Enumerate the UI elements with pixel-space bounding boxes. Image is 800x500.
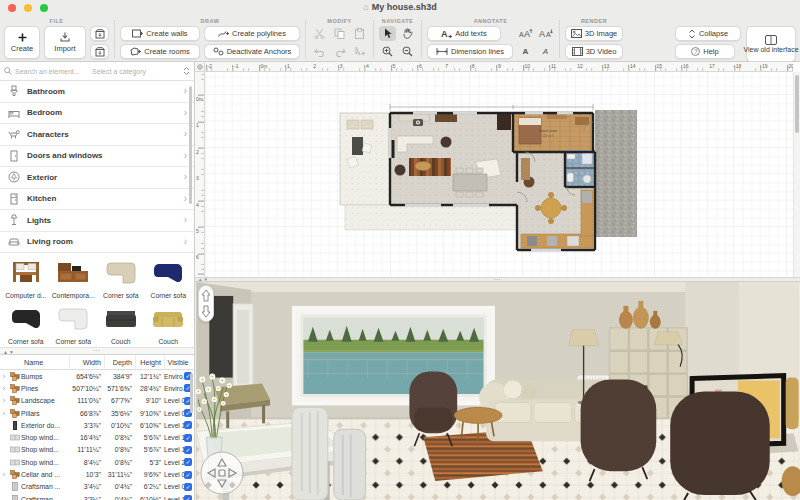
expander-icon[interactable]: ›	[0, 397, 8, 404]
plan-dishwasher[interactable]	[547, 236, 557, 246]
plan-fridge[interactable]	[582, 191, 592, 203]
table-row[interactable]: Exterior do...3'3⅞"0'10¾"6'10⅝"Level 1✓	[0, 419, 194, 431]
increase-text-size-button[interactable]: AA	[517, 26, 534, 41]
column-header-visible[interactable]: Visible	[164, 355, 191, 369]
sidebar-item-bedroom[interactable]: Bedroom›	[0, 103, 194, 125]
decrease-text-size-button[interactable]: AA	[537, 26, 554, 41]
table-row[interactable]: Shop wind...16'4¾"0'8¾"5'6⅞"Level 1✓	[0, 431, 194, 443]
sidebar-item-bathroom[interactable]: Bathroom›	[0, 81, 194, 103]
expander-icon[interactable]: ›	[0, 471, 8, 478]
plan-dining-table[interactable]	[453, 174, 487, 191]
plan-cabinet[interactable]	[435, 114, 457, 122]
plan-washer[interactable]	[583, 175, 591, 183]
visible-checkbox[interactable]: ✓	[184, 446, 192, 454]
column-header-name[interactable]: Name	[0, 358, 69, 367]
catalog-item-contemporary-unit[interactable]: Contempora...	[50, 255, 98, 301]
plan-terrace-chair[interactable]	[362, 143, 372, 153]
plan-tv[interactable]	[391, 140, 395, 158]
catalog-item-couch-gray[interactable]: Couch	[97, 301, 145, 347]
bold-style-button[interactable]: A	[517, 44, 534, 59]
create-rooms-button[interactable]: Create rooms	[120, 44, 200, 59]
zoom-in-button[interactable]	[379, 44, 396, 59]
plan-kitchen-sink[interactable]	[567, 236, 579, 246]
create-3d-image-button[interactable]: 3D Image	[565, 26, 623, 41]
plan-view[interactable]: -2-10m1234567891011121314151617181920 0m…	[195, 62, 800, 277]
3d-view[interactable]	[195, 282, 800, 500]
splitter-handle-icon[interactable]: ⋯	[494, 278, 502, 281]
plan-armchair[interactable]	[395, 165, 406, 176]
table-scrollbar[interactable]	[190, 373, 193, 413]
undo-button[interactable]	[311, 44, 328, 59]
table-row[interactable]: ›Landscape111'0¾"67'7⅝"9'10"Level 0✓	[0, 395, 194, 407]
plan-room-lower-terrace[interactable]	[345, 205, 517, 230]
elevation-down-icon[interactable]	[200, 304, 212, 318]
plan-oven[interactable]	[527, 236, 537, 246]
table-row[interactable]: Craftsman ...3'4¼"0'4¾"6'2¼"Level 0✓	[0, 481, 194, 493]
sidebar-item-lights[interactable]: Lights›	[0, 210, 194, 232]
table-row[interactable]: ›Pines507'10¼"571'6⅝"28'4¾"Enviro...✓	[0, 382, 194, 394]
floor-plan-canvas[interactable]: Guest room 144 sq ft	[205, 72, 793, 277]
italic-style-button[interactable]: A	[537, 44, 554, 59]
visible-checkbox[interactable]: ✓	[184, 483, 192, 491]
catalog-item-corner-sofa-navy[interactable]: Corner sofa	[145, 255, 193, 301]
stepper-icon[interactable]	[183, 66, 190, 76]
import-furniture-library-button[interactable]	[90, 26, 109, 41]
expander-icon[interactable]: ›	[0, 410, 8, 417]
splitter-handle-icon[interactable]: ⋯	[93, 348, 101, 354]
search-input[interactable]	[15, 68, 89, 75]
category-select[interactable]: Select a category	[92, 68, 180, 75]
import-button[interactable]: Import	[44, 26, 86, 59]
dimension-lines-button[interactable]: Dimension lines	[427, 44, 513, 59]
help-button[interactable]: ? Help	[675, 44, 735, 59]
plan-armchair[interactable]	[441, 137, 452, 148]
zoom-out-button[interactable]	[399, 44, 416, 59]
sidebar-item-doors-and-windows[interactable]: Doors and windows›	[0, 146, 194, 168]
3d-canvas[interactable]	[195, 282, 800, 500]
table-row[interactable]: Craftsman ...3'3¼"0'4¾"6'10½"Level 1✓	[0, 493, 194, 500]
plan-terrace-lounger[interactable]	[347, 120, 359, 129]
plan-toilet[interactable]	[567, 173, 574, 182]
catalog-item-corner-sofa-white[interactable]: Corner sofa	[50, 301, 98, 347]
catalog-item-corner-sofa-beige[interactable]: Corner sofa	[97, 255, 145, 301]
catalog-item-couch-yellow[interactable]: Couch	[145, 301, 193, 347]
catalog-table-splitter[interactable]: ▲▼ ⋯	[0, 347, 194, 355]
visible-checkbox[interactable]: ✓	[184, 458, 192, 466]
cut-button[interactable]	[311, 26, 328, 41]
plan-kitchen-table[interactable]	[541, 198, 561, 218]
table-row[interactable]: ›Cellar and ...10'3"31'11¼"9'6⅝"Level 0✓	[0, 468, 194, 480]
plan-nightstand[interactable]	[575, 117, 589, 125]
table-row[interactable]: Shop wind...11'11¼"0'8¾"5'6⅞"Level 1✓	[0, 444, 194, 456]
plan-scrollbar[interactable]	[793, 72, 800, 277]
redo-button[interactable]	[331, 44, 348, 59]
deactivate-anchors-button[interactable]: Deactivate Anchors	[204, 44, 300, 59]
elevation-up-icon[interactable]	[200, 289, 212, 303]
elevation-control[interactable]	[198, 285, 214, 322]
select-tool-button[interactable]	[379, 26, 396, 41]
add-texts-button[interactable]: A Add texts	[427, 26, 501, 41]
visible-checkbox[interactable]: ✓	[184, 471, 192, 479]
catalog-item-computer-desk[interactable]: Computer d...	[2, 255, 50, 301]
navigation-dpad[interactable]	[200, 451, 244, 495]
sidebar-item-kitchen[interactable]: Kitchen›	[0, 189, 194, 211]
column-header-height[interactable]: Height	[135, 355, 164, 369]
table-row[interactable]: Shop wind...8'4¼"0'8¾"5'3"Level 2✓	[0, 456, 194, 468]
table-row[interactable]: ›Pillars66'8⅞"35'6⅛"9'10⅝"Level 0✓	[0, 407, 194, 419]
add-point-button[interactable]	[351, 44, 368, 59]
expander-icon[interactable]: ›	[0, 385, 8, 392]
sidebar-item-characters[interactable]: Characters›	[0, 124, 194, 146]
sidebar-item-living-room[interactable]: Living room›	[0, 232, 194, 254]
plan-gravel-patio[interactable]	[595, 110, 637, 237]
plan-terrace-table[interactable]	[352, 137, 363, 155]
visible-checkbox[interactable]: ✓	[184, 434, 192, 442]
plan-kitchen-cabinet[interactable]	[521, 158, 530, 180]
visible-checkbox[interactable]: ✓	[184, 495, 192, 500]
plan-terrace-lounger[interactable]	[361, 120, 373, 129]
create-3d-video-button[interactable]: 3D Video	[565, 44, 623, 59]
expander-icon[interactable]: ›	[0, 373, 8, 380]
plan-coffee-table[interactable]	[415, 162, 431, 171]
table-row[interactable]: ›Bumps654'6⅛"384'9"12'1¾"Enviro...✓	[0, 370, 194, 382]
plan-wardrobe[interactable]	[497, 114, 511, 130]
plan-scrollbar-thumb[interactable]	[795, 75, 799, 133]
collapse-button[interactable]: Collapse	[675, 26, 741, 41]
catalog-item-corner-sofa-black[interactable]: Corner sofa	[2, 301, 50, 347]
